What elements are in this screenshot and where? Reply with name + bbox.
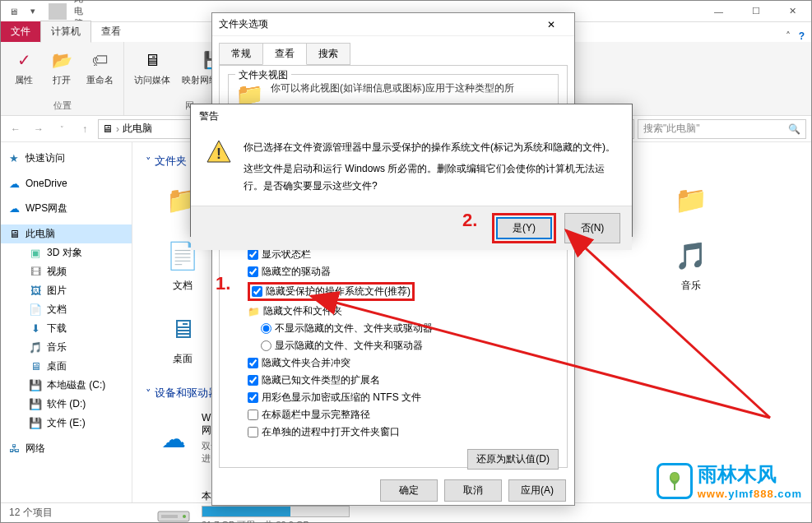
properties-icon: ✓ <box>11 47 37 73</box>
radio[interactable] <box>261 340 271 351</box>
file-tab[interactable]: 文件 <box>1 21 40 42</box>
restore-defaults-button[interactable]: 还原为默认值(D) <box>467 449 559 470</box>
yes-button[interactable]: 是(Y) <box>496 217 552 239</box>
opt-hide-empty[interactable]: 隐藏空的驱动器 <box>228 263 559 280</box>
apply-button[interactable]: 应用(A) <box>508 479 566 502</box>
search-input[interactable]: 搜索"此电脑" 🔍 <box>638 119 806 139</box>
drive-icon: 💾 <box>29 417 42 430</box>
pc-icon: 🖥 <box>102 123 113 135</box>
group-location: 位置 <box>53 98 72 112</box>
checkbox[interactable] <box>252 286 262 297</box>
opt-color-ntfs[interactable]: 用彩色显示加密或压缩的 NTFS 文件 <box>228 389 559 406</box>
separator <box>49 3 67 20</box>
svg-point-10 <box>670 473 679 481</box>
opt-separate-process[interactable]: 在单独的进程中打开文件夹窗口 <box>228 423 559 441</box>
sidebar-item-3d[interactable]: ▣3D 对象 <box>1 243 132 262</box>
opt-hide-protected-os[interactable]: 隐藏受保护的操作系统文件(推荐) <box>228 280 559 303</box>
back-button[interactable]: ← <box>6 119 26 139</box>
chevron-down-icon: ˅ <box>146 155 151 168</box>
sidebar-quick-access[interactable]: ★快速访问 <box>1 149 132 168</box>
properties-button[interactable]: ✓ 属性 <box>7 45 40 98</box>
checkbox[interactable] <box>248 375 258 386</box>
help-icon[interactable]: ? <box>799 30 805 42</box>
folder-desktop[interactable]: 🖥桌面 <box>154 309 211 366</box>
document-icon: 📄 <box>29 303 42 317</box>
sidebar-wps[interactable]: ☁WPS网盘 <box>1 199 132 218</box>
folder-icon: 📁 <box>671 180 711 220</box>
music-icon: 🎵 <box>29 341 42 354</box>
tab-view[interactable]: 查看 <box>91 21 131 42</box>
opt-hidden-files[interactable]: 📁隐藏文件和文件夹 <box>228 303 559 320</box>
checkbox[interactable] <box>248 358 258 368</box>
sidebar-item-music[interactable]: 🎵音乐 <box>1 338 132 357</box>
breadcrumb[interactable]: 此电脑 <box>123 122 152 136</box>
cancel-button[interactable]: 取消 <box>444 479 502 502</box>
forward-button[interactable]: → <box>29 119 49 139</box>
up-button[interactable]: ↑ <box>75 119 95 139</box>
sidebar-item-drive-c[interactable]: 💾本地磁盘 (C:) <box>1 376 132 395</box>
sidebar-network[interactable]: 🖧网络 <box>1 439 132 458</box>
qat-down-icon[interactable]: ▾ <box>24 3 42 20</box>
chevron-up-icon[interactable]: ˄ <box>786 30 791 42</box>
advanced-settings-tree: 显示状态栏 隐藏空的驱动器 隐藏受保护的操作系统文件(推荐) 📁隐藏文件和文件夹… <box>228 246 559 441</box>
maximize-button[interactable]: ☐ <box>737 1 774 22</box>
folder-music[interactable]: 🎵音乐 <box>662 236 720 293</box>
cloud-icon: ☁ <box>7 177 21 190</box>
sidebar-onedrive[interactable]: ☁OneDrive <box>1 174 132 192</box>
opt-hide-ext[interactable]: 隐藏已知文件类型的扩展名 <box>228 372 559 389</box>
download-icon: ⬇ <box>29 322 42 336</box>
drive-icon: 💾 <box>29 379 42 392</box>
music-icon: 🎵 <box>671 236 711 275</box>
radio[interactable] <box>261 323 271 334</box>
sidebar-item-drive-d[interactable]: 💾软件 (D:) <box>1 395 132 414</box>
search-icon[interactable]: 🔍 <box>788 123 800 135</box>
chevron-down-icon: ˅ <box>146 387 151 400</box>
open-button[interactable]: 📂 打开 <box>45 45 78 98</box>
ok-button[interactable]: 确定 <box>380 479 438 502</box>
minimize-button[interactable]: — <box>700 1 737 22</box>
cube-icon: ▣ <box>29 247 42 260</box>
sidebar-item-drive-e[interactable]: 💾文件 (E:) <box>1 414 132 433</box>
media-button[interactable]: 🖥 访问媒体 <box>131 45 174 98</box>
sidebar-item-desktop[interactable]: 🖥桌面 <box>1 357 132 376</box>
sidebar-item-downloads[interactable]: ⬇下载 <box>1 319 132 338</box>
checkbox[interactable] <box>248 392 258 403</box>
close-button[interactable]: ✕ <box>774 1 811 22</box>
checkbox[interactable] <box>248 427 258 437</box>
open-icon: 📂 <box>49 47 75 73</box>
network-icon: 🖧 <box>7 442 21 456</box>
sidebar-this-pc[interactable]: 🖥此电脑 <box>1 224 132 243</box>
cloud-icon: ☁ <box>154 421 193 456</box>
opt-dont-show-hidden[interactable]: 不显示隐藏的文件、文件夹或驱动器 <box>228 320 559 337</box>
tab-view[interactable]: 查看 <box>262 43 307 65</box>
msgbox-footer: 是(Y) 否(N) <box>191 206 632 250</box>
opt-full-path[interactable]: 在标题栏中显示完整路径 <box>228 406 559 423</box>
rename-icon: 🏷 <box>87 47 114 73</box>
close-button[interactable]: ✕ <box>535 19 568 30</box>
annotation-highlight-2: 是(Y) <box>492 213 556 243</box>
recent-dropdown[interactable]: ˅ <box>52 119 72 139</box>
checkbox[interactable] <box>248 249 258 260</box>
tab-search[interactable]: 搜索 <box>306 43 350 65</box>
checkbox[interactable] <box>248 410 258 420</box>
desktop-icon: 🖥 <box>29 360 42 373</box>
annotation-2: 2. <box>462 210 477 231</box>
opt-merge-conflict[interactable]: 隐藏文件夹合并冲突 <box>228 354 559 372</box>
tab-general[interactable]: 常规 <box>219 43 263 65</box>
sidebar-item-videos[interactable]: 🎞视频 <box>1 262 132 281</box>
no-button[interactable]: 否(N) <box>564 213 620 243</box>
chevron-right-icon: › <box>116 123 119 135</box>
watermark: 雨林木风 www.ylmf888.com <box>657 461 802 500</box>
pc-icon: 🖥 <box>4 3 22 20</box>
watermark-url: www.ylmf888.com <box>698 488 802 500</box>
rename-button[interactable]: 🏷 重命名 <box>83 45 117 98</box>
opt-show-hidden[interactable]: 显示隐藏的文件、文件夹和驱动器 <box>228 337 559 354</box>
annotation-highlight-1: 隐藏受保护的操作系统文件(推荐) <box>248 282 415 301</box>
warning-dialog: 警告 ! 你已选择在文件资源管理器中显示受保护的操作系统文件(标记为系统和隐藏的… <box>190 104 633 237</box>
sidebar-item-pictures[interactable]: 🖼图片 <box>1 281 132 300</box>
folder-item[interactable]: 📁 <box>662 180 720 220</box>
checkbox[interactable] <box>248 266 258 277</box>
tab-computer[interactable]: 计算机 <box>40 21 91 43</box>
sidebar-item-documents[interactable]: 📄文档 <box>1 300 132 319</box>
sidebar: ★快速访问 ☁OneDrive ☁WPS网盘 🖥此电脑 ▣3D 对象 🎞视频 🖼… <box>1 142 132 502</box>
